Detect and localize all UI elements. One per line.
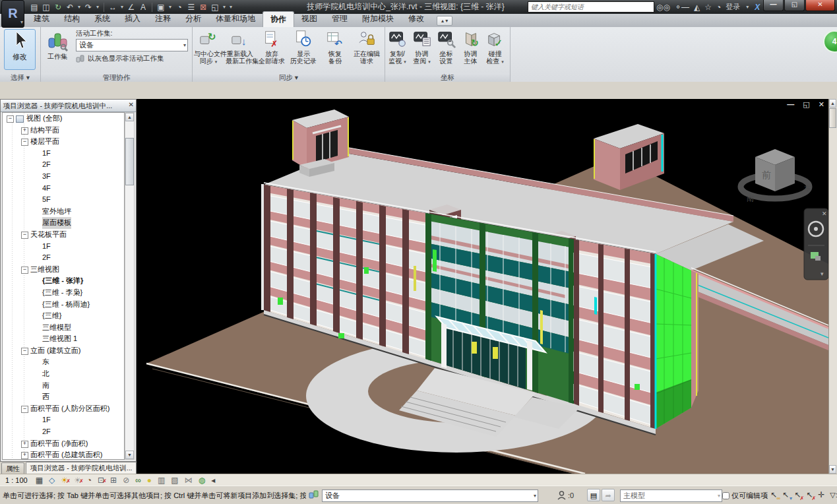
viewcube[interactable]: 前 南 东	[741, 149, 811, 203]
3d-view[interactable]: 前 南 东 ✕ ▾	[137, 99, 828, 474]
navigation-bar[interactable]: ✕ ▾	[804, 208, 828, 280]
tree-item[interactable]: −面积平面 (人防分区面积)	[3, 403, 124, 415]
expand-icon[interactable]: +	[21, 452, 28, 459]
crop-view-icon[interactable]: ⊡✗	[98, 476, 104, 485]
scroll-up-arrow[interactable]: ▲	[125, 113, 134, 121]
tree-item-label[interactable]: 西	[42, 391, 49, 403]
show-history-button[interactable]: 显示历史记录	[288, 28, 319, 65]
tree-item[interactable]: 三维模型	[3, 322, 124, 334]
temporary-hide-isolate-icon[interactable]: ∞	[135, 476, 141, 485]
tree-item[interactable]: 2F	[3, 252, 124, 264]
sun-path-icon[interactable]: ☀✗	[61, 476, 68, 485]
tree-item[interactable]: {三维 - 杨雨迪}	[3, 299, 124, 311]
visual-style-icon[interactable]: ◇	[49, 476, 55, 485]
detail-level-icon[interactable]: ▦	[36, 476, 43, 485]
editing-requests-dialog-button[interactable]: ▤	[587, 489, 600, 501]
tree-item-label[interactable]: 结构平面	[30, 125, 59, 137]
drawing-area[interactable]: 前 南 东 ✕ ▾ — ◱ ✕	[137, 99, 828, 474]
tree-item[interactable]: 北	[3, 368, 124, 380]
tree-item[interactable]: −视图 (全部)	[3, 113, 124, 125]
tab-修改[interactable]: 修改	[401, 11, 431, 27]
tree-item-label[interactable]: {三维 - 李枭}	[42, 287, 82, 299]
view-close-icon[interactable]: ✕	[819, 100, 826, 108]
canvas-scroll-down[interactable]: ▼	[829, 465, 836, 474]
tree-item-label[interactable]: 1F	[42, 414, 51, 426]
signin-label[interactable]: 登录	[726, 2, 740, 12]
rendering-dialog-icon[interactable]: ◔	[87, 476, 92, 485]
tree-item-label[interactable]: 1F	[42, 148, 51, 160]
tree-item-label[interactable]: 视图 (全部)	[26, 113, 62, 125]
tree-item-label[interactable]: 2F	[42, 426, 51, 438]
modify-button[interactable]: 修改	[4, 29, 36, 70]
synchronize-central-button[interactable]: ↻与中心文件同步 ▾	[193, 28, 224, 66]
project-browser-close-icon[interactable]: ✕	[129, 101, 134, 108]
panel-tab-project-browser[interactable]: 项目浏览器 - 技师学院机电培训...	[26, 462, 137, 474]
tree-item[interactable]: 1F	[3, 414, 124, 426]
tree-item-label[interactable]: {三维 - 张洋}	[42, 275, 83, 287]
tree-item[interactable]: −三维视图	[3, 264, 124, 276]
select-panel-label[interactable]: 选择 ▾	[0, 73, 40, 82]
locked-3d-view-icon[interactable]: ⊘	[123, 476, 129, 485]
design-options-button[interactable]: ➦	[602, 489, 615, 501]
collapse-icon[interactable]: −	[21, 267, 28, 274]
tree-item[interactable]: 西	[3, 391, 124, 403]
tree-item[interactable]: 1F	[3, 241, 124, 253]
navbar-expand-arrow[interactable]: ▾	[821, 270, 824, 277]
relinquish-all-button[interactable]: ✗放弃全部请求	[257, 28, 287, 65]
collapse-icon[interactable]: −	[7, 115, 14, 123]
gray-inactive-worksets-button[interactable]: 以灰色显示非活动工作集	[76, 54, 189, 63]
select-pinned-icon[interactable]: ↖✗	[794, 490, 801, 499]
canvas-scrollbar[interactable]: ▲ ▼	[828, 99, 837, 474]
tree-item-label[interactable]: 天花板平面	[30, 229, 67, 241]
editable-only-checkbox[interactable]	[722, 492, 729, 499]
editing-requests-status[interactable]: :0	[557, 491, 574, 500]
tree-item-label[interactable]: 面积平面 (人防分区面积)	[30, 403, 109, 415]
reconcile-hosting-button[interactable]: ↻协调主体	[459, 28, 482, 65]
view-minimize-icon[interactable]: —	[787, 100, 795, 108]
tree-item-label[interactable]: 室外地坪	[42, 206, 71, 218]
tree-item-label[interactable]: 4F	[42, 183, 51, 195]
subscription-key-icon[interactable]: ⚬—	[675, 3, 689, 12]
tree-item-label[interactable]: 面积平面 (总建筑面积)	[30, 449, 102, 460]
tab-建筑[interactable]: 建筑	[26, 11, 57, 27]
tree-item[interactable]: 室外地坪	[3, 206, 124, 218]
tree-item[interactable]: 1F	[3, 148, 124, 160]
select-links-icon[interactable]: ↖∞	[770, 490, 777, 499]
canvas-scroll-up[interactable]: ▲	[829, 99, 836, 108]
temporary-view-properties-icon[interactable]: ▧	[171, 476, 178, 485]
help-search-input[interactable]	[528, 1, 654, 13]
coordination-review-button[interactable]: 协调查阅 ▾	[410, 28, 433, 66]
tree-item-label[interactable]: 1F	[42, 241, 51, 253]
tree-item-label[interactable]: 东	[42, 356, 49, 368]
active-workset-combo[interactable]: 设备▾	[76, 39, 188, 51]
panel-tab-properties[interactable]: 属性	[1, 462, 24, 474]
tree-item-label[interactable]: 楼层平面	[30, 136, 59, 148]
tree-item[interactable]: +面积平面 (净面积)	[3, 438, 124, 450]
tab-体量和场地[interactable]: 体量和场地	[208, 11, 263, 27]
tree-item-label[interactable]: 三维视图	[30, 264, 59, 276]
tree-item-label[interactable]: 三维模型	[42, 322, 71, 334]
restore-backup-button[interactable]: ↶恢复备份	[320, 28, 350, 65]
tree-item[interactable]: 三维视图 1	[3, 333, 124, 345]
selection-filter[interactable]: ▽:0	[830, 491, 837, 499]
search-icon[interactable]: ◎◎	[656, 3, 670, 12]
reload-latest-button[interactable]: ↓重新载入最新工作集	[225, 28, 255, 65]
ribbon-minimize-button[interactable]: ▴ ▾	[437, 16, 452, 26]
tab-管理[interactable]: 管理	[325, 11, 355, 27]
tree-item[interactable]: 东	[3, 356, 124, 368]
view-restore-icon[interactable]: ◱	[803, 100, 811, 108]
tree-item[interactable]: 屋面楼板	[3, 217, 124, 229]
exchange-apps-icon[interactable]: X	[755, 3, 760, 12]
tree-item[interactable]: 2F	[3, 159, 124, 171]
tree-item[interactable]: 5F	[3, 194, 124, 206]
expand-icon[interactable]: +	[21, 441, 28, 448]
tree-item[interactable]: −天花板平面	[3, 229, 124, 241]
tree-item-label[interactable]: {三维}	[42, 310, 61, 322]
tab-附加模块[interactable]: 附加模块	[355, 11, 401, 27]
application-menu-button[interactable]: R▾	[1, 0, 24, 28]
tab-分析[interactable]: 分析	[178, 11, 208, 27]
design-options-combo[interactable]: 主模型▾	[620, 489, 722, 502]
tree-item-label[interactable]: 3F	[42, 171, 51, 183]
tree-item[interactable]: −立面 (建筑立面)	[3, 345, 124, 357]
tree-item[interactable]: 4F	[3, 183, 124, 195]
